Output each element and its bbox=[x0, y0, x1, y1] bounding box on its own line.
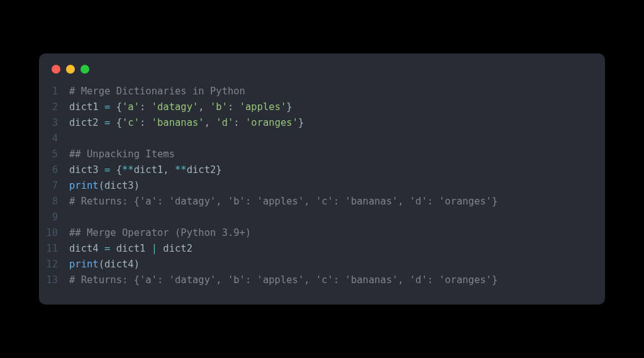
code-line: 8# Returns: {'a': 'datagy', 'b': 'apples… bbox=[39, 194, 605, 210]
line-number: 3 bbox=[39, 115, 69, 131]
code-content: dict4 = dict1 | dict2 bbox=[69, 241, 605, 257]
line-number: 9 bbox=[39, 210, 69, 225]
code-content: ## Merge Operator (Python 3.9+) bbox=[69, 225, 605, 241]
line-number: 11 bbox=[39, 241, 69, 257]
code-content: dict1 = {'a': 'datagy', 'b': 'apples'} bbox=[69, 99, 605, 115]
close-icon[interactable] bbox=[52, 65, 60, 74]
code-content: dict3 = {**dict1, **dict2} bbox=[69, 162, 605, 178]
line-number: 13 bbox=[39, 272, 69, 288]
code-area[interactable]: 1# Merge Dictionaries in Python2dict1 = … bbox=[39, 79, 605, 305]
code-content bbox=[69, 131, 605, 147]
code-line: 11dict4 = dict1 | dict2 bbox=[39, 241, 605, 257]
code-content: # Returns: {'a': 'datagy', 'b': 'apples'… bbox=[69, 194, 605, 210]
minimize-icon[interactable] bbox=[66, 65, 75, 74]
code-line: 5## Unpacking Items bbox=[39, 147, 605, 162]
code-content: # Returns: {'a': 'datagy', 'b': 'apples'… bbox=[69, 272, 605, 288]
code-line: 9 bbox=[39, 210, 605, 225]
maximize-icon[interactable] bbox=[80, 65, 89, 74]
line-number: 5 bbox=[39, 147, 69, 162]
code-line: 10## Merge Operator (Python 3.9+) bbox=[39, 225, 605, 241]
line-number: 2 bbox=[39, 99, 69, 115]
code-line: 1# Merge Dictionaries in Python bbox=[39, 84, 605, 99]
code-line: 2dict1 = {'a': 'datagy', 'b': 'apples'} bbox=[39, 99, 605, 115]
code-line: 13# Returns: {'a': 'datagy', 'b': 'apple… bbox=[39, 272, 605, 288]
code-line: 3dict2 = {'c': 'bananas', 'd': 'oranges'… bbox=[39, 115, 605, 131]
code-content bbox=[69, 210, 605, 225]
line-number: 1 bbox=[39, 84, 69, 99]
line-number: 12 bbox=[39, 257, 69, 272]
line-number: 7 bbox=[39, 178, 69, 194]
code-content: # Merge Dictionaries in Python bbox=[69, 84, 605, 99]
code-content: print(dict4) bbox=[69, 257, 605, 272]
titlebar bbox=[39, 53, 605, 79]
code-line: 7print(dict3) bbox=[39, 178, 605, 194]
code-content: dict2 = {'c': 'bananas', 'd': 'oranges'} bbox=[69, 115, 605, 131]
code-line: 12print(dict4) bbox=[39, 257, 605, 272]
code-content: print(dict3) bbox=[69, 178, 605, 194]
code-line: 6dict3 = {**dict1, **dict2} bbox=[39, 162, 605, 178]
code-line: 4 bbox=[39, 131, 605, 147]
line-number: 8 bbox=[39, 194, 69, 210]
line-number: 6 bbox=[39, 162, 69, 178]
code-content: ## Unpacking Items bbox=[69, 147, 605, 162]
code-editor-window: 1# Merge Dictionaries in Python2dict1 = … bbox=[39, 53, 605, 305]
line-number: 10 bbox=[39, 225, 69, 241]
line-number: 4 bbox=[39, 131, 69, 147]
